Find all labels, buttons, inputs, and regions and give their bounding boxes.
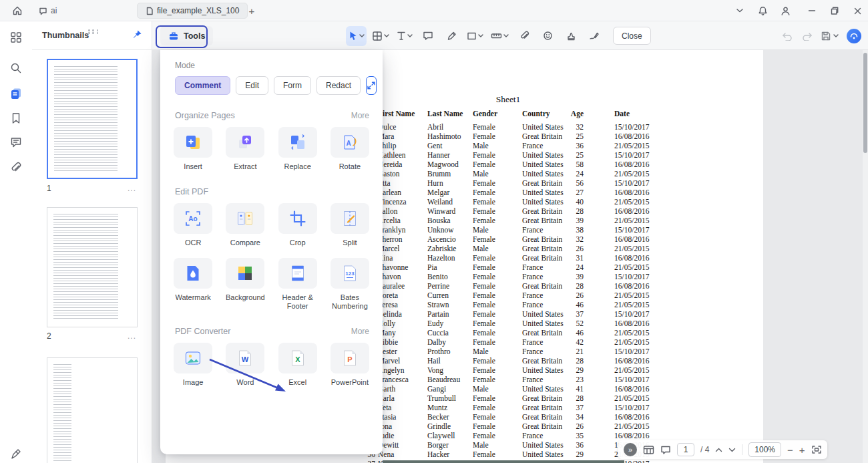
tool-label: OCR <box>185 239 201 247</box>
collapse-bar-button[interactable]: » <box>624 443 637 456</box>
person-icon <box>781 6 791 16</box>
chevron-up-icon[interactable] <box>715 448 722 452</box>
thumbnail-menu-button[interactable]: ... <box>128 184 136 193</box>
bookmarks-button[interactable] <box>8 110 24 126</box>
mode-edit-button[interactable]: Edit <box>236 76 268 95</box>
rotate-icon: A <box>341 134 359 151</box>
tool-rotate[interactable]: A Rotate <box>324 127 376 171</box>
table-cell: Abril <box>427 123 473 131</box>
stamp-tool-button[interactable] <box>561 26 581 46</box>
page-thumbnail-2[interactable] <box>47 207 138 327</box>
page-number-input[interactable]: 1 <box>677 443 694 456</box>
tab-ai[interactable]: ai <box>33 3 62 19</box>
tool-watermark[interactable]: Watermark <box>167 258 219 311</box>
fit-page-icon[interactable] <box>811 445 822 454</box>
ai-assistant-button[interactable] <box>847 29 861 43</box>
close-window-button[interactable] <box>849 3 866 19</box>
new-tab-button[interactable]: + <box>244 3 259 19</box>
spreadsheet-icon[interactable] <box>643 445 654 455</box>
page-view-tool-button[interactable] <box>370 26 391 46</box>
table-cell: 21/05/2015 <box>614 170 662 178</box>
comment-bubble-icon[interactable] <box>660 445 671 455</box>
apps-button[interactable] <box>8 29 24 45</box>
notifications-button[interactable] <box>754 3 771 19</box>
more-link[interactable]: More <box>351 327 369 336</box>
table-cell: Teresa <box>378 301 426 309</box>
zoom-level[interactable]: 100% <box>748 442 781 457</box>
tool-bates-numbering[interactable]: 123 Bates Numbering <box>324 258 376 311</box>
signature-panel-button[interactable] <box>8 446 24 462</box>
tool-insert[interactable]: Insert <box>167 127 219 171</box>
pin-button[interactable] <box>132 29 142 43</box>
sticker-tool-button[interactable] <box>537 26 558 46</box>
expand-modes-button[interactable] <box>366 76 377 95</box>
table-cell: Shavonne <box>378 263 426 271</box>
table-cell: 25 <box>560 151 584 159</box>
table-cell: 21/05/2015 <box>614 245 662 253</box>
tool-split[interactable]: Split <box>324 203 376 247</box>
chevron-down-icon[interactable] <box>728 448 736 452</box>
tool-convert-excel[interactable]: X Excel <box>272 343 324 387</box>
table-cell: 52 <box>560 319 584 327</box>
tool-label: Split <box>343 239 357 247</box>
tool-compare[interactable]: Compare <box>219 203 271 247</box>
titlebar-dropdown[interactable] <box>732 3 748 19</box>
restore-button[interactable] <box>826 3 843 19</box>
tool-label: Image <box>183 378 204 387</box>
table-cell: 25 <box>560 132 584 140</box>
tool-background[interactable]: Background <box>219 258 271 311</box>
select-tool-button[interactable] <box>346 26 367 46</box>
page-thumbnail-1[interactable] <box>47 59 138 179</box>
thumbnails-panel-button[interactable] <box>8 86 24 102</box>
comment-tool-button[interactable] <box>418 26 438 46</box>
tool-extract[interactable]: Extract <box>219 127 271 171</box>
undo-icon[interactable] <box>782 31 793 41</box>
scrollbar-thumb[interactable] <box>863 53 867 153</box>
comments-button[interactable] <box>8 134 24 150</box>
drag-handle-icon[interactable] <box>88 29 100 34</box>
table-cell: 35 <box>560 432 584 440</box>
search-button[interactable] <box>8 60 24 76</box>
minimize-button[interactable] <box>803 3 821 19</box>
measure-tool-button[interactable] <box>489 26 511 46</box>
chevron-down-icon <box>407 34 413 37</box>
account-button[interactable] <box>777 3 793 19</box>
tool-ocr[interactable]: Ao OCR <box>167 203 219 247</box>
zoom-in-button[interactable]: + <box>799 444 805 456</box>
tool-convert-powerpoint[interactable]: P PowerPoint <box>324 343 376 387</box>
table-cell: Great Britain <box>522 357 596 365</box>
vertical-scrollbar[interactable] <box>863 50 868 463</box>
home-button[interactable] <box>9 3 25 19</box>
table-cell: Lauralee <box>378 282 426 290</box>
tool-crop[interactable]: Crop <box>272 203 324 247</box>
attachments-button[interactable] <box>8 160 24 176</box>
redo-icon[interactable] <box>801 31 813 41</box>
tool-convert-word[interactable]: W Word <box>219 343 271 387</box>
save-button[interactable] <box>821 31 839 41</box>
page-thumbnail-3[interactable] <box>47 357 138 463</box>
highlight-tool-button[interactable] <box>441 26 461 46</box>
section-header: Edit PDF <box>175 187 369 196</box>
tools-button[interactable]: Tools <box>160 26 213 45</box>
attach-tool-button[interactable] <box>514 26 534 46</box>
text-tool-button[interactable] <box>395 26 415 46</box>
table-cell: Female <box>473 404 521 412</box>
shape-tool-button[interactable] <box>465 26 485 46</box>
mode-redact-button[interactable]: Redact <box>316 76 361 95</box>
mode-comment-button[interactable]: Comment <box>175 76 230 95</box>
horizontal-scrollbar[interactable] <box>383 460 624 463</box>
tool-header-footer[interactable]: Header & Footer <box>272 258 324 311</box>
tool-label: Crop <box>290 239 306 247</box>
close-tools-button[interactable]: Close <box>613 27 651 45</box>
thumbnail-menu-button[interactable]: ... <box>128 331 136 341</box>
sign-tool-button[interactable] <box>584 26 604 46</box>
table-cell: 16/08/2016 <box>614 385 662 393</box>
tool-label: Insert <box>184 162 202 171</box>
table-cell: Sherron <box>378 235 426 243</box>
zoom-out-button[interactable]: − <box>787 444 793 456</box>
tool-replace[interactable]: Replace <box>272 127 324 171</box>
mode-form-button[interactable]: Form <box>274 76 311 95</box>
tab-file[interactable]: file_example_XLS_100 <box>137 3 248 19</box>
more-link[interactable]: More <box>351 111 369 120</box>
tool-convert-image[interactable]: Image <box>167 343 219 387</box>
